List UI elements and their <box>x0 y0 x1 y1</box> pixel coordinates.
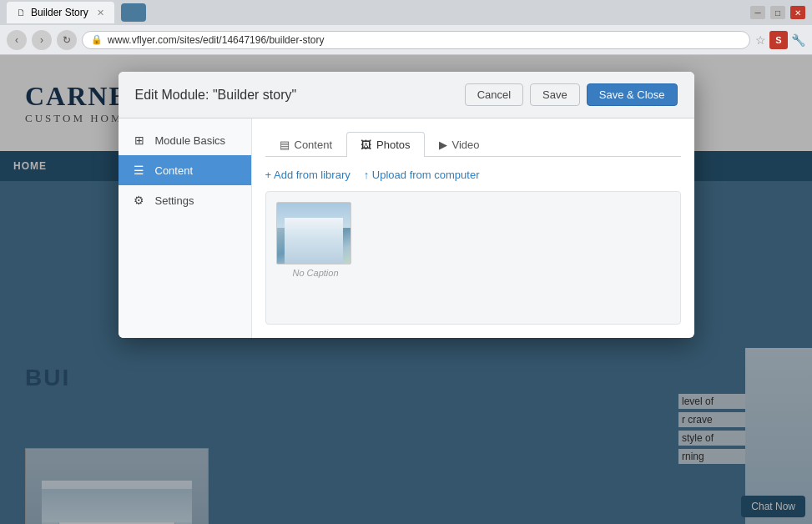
module-basics-icon: ⊞ <box>132 134 147 147</box>
content-icon: ☰ <box>132 164 147 177</box>
photos-tab-label: Photos <box>376 139 410 151</box>
tab-photos[interactable]: 🖼 Photos <box>346 132 424 157</box>
upload-controls: + Add from library ↑ Upload from compute… <box>265 169 681 181</box>
tab-video[interactable]: ▶ Video <box>425 132 494 157</box>
thumb-building <box>285 218 343 264</box>
new-tab-area <box>121 3 146 22</box>
modal-header: Edit Module: "Builder story" Cancel Save… <box>119 72 694 118</box>
save-button[interactable]: Save <box>530 83 580 106</box>
sidebar-item-module-basics[interactable]: ⊞ Module Basics <box>119 125 251 155</box>
address-text: www.vflyer.com/sites/edit/14647196/build… <box>108 34 324 46</box>
content-tab-icon: ▤ <box>280 139 290 151</box>
modal-action-buttons: Cancel Save Save & Close <box>465 83 678 106</box>
video-tab-label: Video <box>452 139 480 151</box>
modal-overlay: Edit Module: "Builder story" Cancel Save… <box>0 55 812 524</box>
back-button[interactable]: ‹ <box>7 30 27 50</box>
close-button[interactable]: ✕ <box>790 6 805 19</box>
title-bar: 🗋 Builder Story ✕ ─ □ ✕ <box>0 0 812 25</box>
upload-from-computer-link[interactable]: ↑ Upload from computer <box>364 169 480 181</box>
window-controls: ─ □ ✕ <box>750 6 805 19</box>
photo-item-1[interactable]: No Caption <box>276 202 356 278</box>
sidebar-item-settings[interactable]: ⚙ Settings <box>119 185 251 215</box>
content-tab-label: Content <box>295 139 333 151</box>
photo-thumbnail-1 <box>276 202 351 265</box>
bookmark-button[interactable]: ☆ <box>755 33 766 47</box>
lock-icon: 🔒 <box>91 34 103 45</box>
photos-grid-area: No Caption <box>265 191 681 325</box>
photo-caption-1[interactable]: No Caption <box>276 268 356 278</box>
forward-button[interactable]: › <box>32 30 52 50</box>
refresh-button[interactable]: ↻ <box>57 30 77 50</box>
page-icon: 🗋 <box>17 8 26 18</box>
video-tab-icon: ▶ <box>439 139 447 151</box>
sidebar-content-label: Content <box>155 164 194 177</box>
tab-title: Builder Story <box>31 7 88 18</box>
restore-button[interactable]: □ <box>770 6 785 19</box>
tab-content[interactable]: ▤ Content <box>265 132 347 157</box>
settings-icon: ⚙ <box>132 194 147 207</box>
sidebar-item-content[interactable]: ☰ Content <box>119 155 251 185</box>
photos-tab-icon: 🖼 <box>361 139 371 151</box>
modal-sidebar: ⊞ Module Basics ☰ Content ⚙ Settings <box>119 118 252 338</box>
tab-close-button[interactable]: ✕ <box>97 8 104 18</box>
minimize-button[interactable]: ─ <box>750 6 765 19</box>
sidebar-settings-label: Settings <box>155 194 194 207</box>
nav-right-controls: ☆ S 🔧 <box>755 31 805 49</box>
modal-main-content: ▤ Content 🖼 Photos ▶ Video <box>252 118 694 338</box>
content-tabs: ▤ Content 🖼 Photos ▶ Video <box>265 132 681 157</box>
add-from-library-link[interactable]: + Add from library <box>265 169 351 181</box>
modal-title: Edit Module: "Builder story" <box>135 88 297 103</box>
extension-icon[interactable]: S <box>769 31 788 49</box>
edit-module-modal: Edit Module: "Builder story" Cancel Save… <box>119 72 694 338</box>
modal-body: ⊞ Module Basics ☰ Content ⚙ Settings <box>119 118 694 338</box>
page-background: CARNEGIE CUSTOM HOMES HOME BUI level of … <box>0 55 812 524</box>
title-bar-left: 🗋 Builder Story ✕ <box>7 2 146 23</box>
navigation-bar: ‹ › ↻ 🔒 www.vflyer.com/sites/edit/146471… <box>0 25 812 55</box>
browser-window: 🗋 Builder Story ✕ ─ □ ✕ ‹ › ↻ 🔒 www.vfly… <box>0 0 812 524</box>
sidebar-module-basics-label: Module Basics <box>155 134 226 147</box>
browser-tab[interactable]: 🗋 Builder Story ✕ <box>7 2 114 23</box>
cancel-button[interactable]: Cancel <box>465 83 523 106</box>
save-and-close-button[interactable]: Save & Close <box>587 83 678 106</box>
tools-icon[interactable]: 🔧 <box>791 33 805 47</box>
address-bar[interactable]: 🔒 www.vflyer.com/sites/edit/14647196/bui… <box>82 31 750 49</box>
